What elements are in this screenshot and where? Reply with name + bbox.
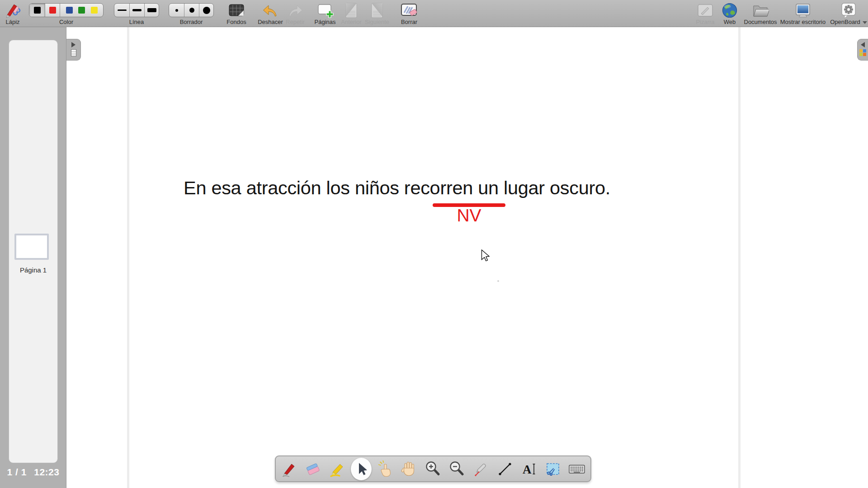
monitor-icon [794,2,811,19]
board-mode-button[interactable]: Pizarra [693,2,718,25]
stylus-toolbar: A [275,455,591,482]
documents-mode-label: Documentos [744,19,777,25]
clock: 12:23 [34,467,59,477]
eraser-size-group: Borrador [169,2,214,25]
redo-label: Repetir [286,19,305,25]
eraser-size-label: Borrador [180,19,203,25]
hand-icon [400,460,418,478]
color-swatch-red[interactable] [45,4,60,17]
previous-page-button[interactable]: Anterior [339,2,363,25]
line-width-label: Línea [129,19,144,25]
black-swatch [34,7,41,14]
line-width-medium[interactable] [129,4,144,17]
green-swatch[interactable] [78,7,85,14]
undo-button[interactable]: Deshacer [257,2,284,25]
tool-laser-pointer[interactable] [471,458,491,480]
tool-line[interactable] [495,458,515,480]
tool-hand[interactable] [399,458,420,480]
line-width-thin[interactable] [114,4,129,17]
next-page-button[interactable]: Siguiente [364,2,390,25]
board-mode-label: Pizarra [696,19,714,25]
redo-button[interactable]: Repetir [284,2,307,25]
pages-panel-toggle[interactable] [66,39,81,61]
tool-selector[interactable] [351,458,372,480]
color-group: Color [28,2,104,25]
zoom-out-icon [448,460,466,478]
tool-highlighter[interactable] [327,458,348,480]
clear-page-icon [401,2,418,19]
pages-button[interactable]: Páginas [313,2,337,25]
stray-mark [497,280,499,282]
backgrounds-icon [228,2,245,19]
openboard-menu-label: OpenBoard [830,19,867,25]
backgrounds-label: Fondos [226,19,246,25]
tool-virtual-keyboard[interactable] [566,458,587,480]
page-status: 1 / 1 12:23 [0,467,66,478]
eraser-icon [304,460,322,478]
tool-pen[interactable] [279,458,300,480]
red-swatch [49,7,56,14]
pages-label: Páginas [315,19,336,25]
blue-swatch[interactable] [66,7,73,14]
tool-text[interactable]: A [519,458,539,480]
annotation-nv-text[interactable]: NV [433,206,505,225]
keyboard-icon [568,460,586,478]
page-left-edge [127,27,129,488]
pages-sidebar: Página 1 1 / 1 12:23 [0,27,66,488]
yellow-swatch[interactable] [91,7,98,14]
tool-zoom-in[interactable] [423,458,443,480]
web-mode-button[interactable]: Web [721,2,739,25]
tool-zoom-out[interactable] [447,458,467,480]
color-swatch-black[interactable] [29,4,45,17]
tool-eraser[interactable] [303,458,324,480]
page-right-edge [738,27,741,488]
eraser-medium[interactable] [184,4,199,17]
selector-arrow-icon [352,460,370,478]
previous-page-label: Anterior [341,19,362,25]
page-indicator: 1 / 1 [7,467,27,477]
pen-icon [280,460,298,478]
canvas-text-object[interactable]: En esa atracción los niños recorren un l… [184,177,610,199]
svg-text:A: A [523,463,532,476]
next-page-icon [368,2,386,19]
folder-icon [752,2,769,19]
board-mode-icon [697,2,714,19]
eraser-small[interactable] [169,4,184,17]
highlighter-icon [328,460,346,478]
undo-icon [262,2,279,19]
text-tool-icon: A [520,460,538,478]
eraser-large[interactable] [199,4,213,17]
gear-bubble-icon [840,2,857,19]
thumbnails-panel: Página 1 [9,40,58,463]
tool-capture[interactable] [542,458,563,480]
page-thumbnail[interactable] [14,234,49,260]
stylus-palette-button[interactable]: Lápiz [3,2,23,25]
library-panel-toggle[interactable] [857,39,868,61]
clear-page-button[interactable]: Borrar [397,2,421,25]
color-swatch-extra-cell [60,4,103,17]
show-desktop-button[interactable]: Mostrar escritorio [778,2,828,25]
documents-mode-button[interactable]: Documentos [742,2,778,25]
clear-page-label: Borrar [401,19,417,25]
undo-label: Deshacer [258,19,283,25]
backgrounds-button[interactable]: Fondos [224,2,249,25]
expand-left-icon [861,42,865,47]
library-icon [859,49,866,56]
next-page-label: Siguiente [365,19,389,25]
previous-page-icon [343,2,360,19]
zoom-in-icon [424,460,442,478]
menu-caret-icon [863,21,867,24]
page-thumbnail-label: Página 1 [9,266,57,274]
top-toolbar: Lápiz Color [0,0,868,27]
stylus-palette-label: Lápiz [5,19,19,25]
tool-interact[interactable] [375,458,396,480]
capture-area-icon [544,460,562,478]
openboard-window: Lápiz Color [0,0,868,488]
openboard-menu-button[interactable]: OpenBoard [830,2,867,25]
show-desktop-label: Mostrar escritorio [780,19,826,25]
redo-icon [287,2,304,19]
line-width-thick[interactable] [144,4,159,17]
line-tool-icon [496,460,514,478]
pen-eraser-icon [4,2,21,19]
color-group-label: Color [59,19,73,25]
